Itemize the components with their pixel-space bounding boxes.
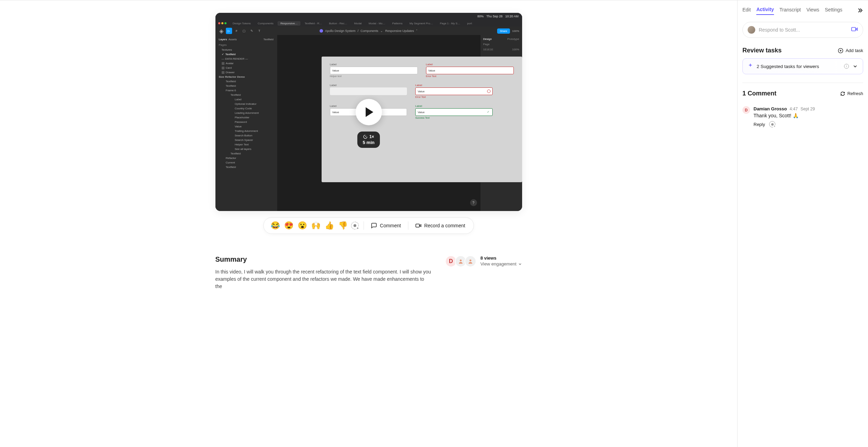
design-tab: Design (483, 37, 492, 41)
tab-activity[interactable]: Activity (756, 7, 774, 15)
respond-input[interactable]: Respond to Scott... (742, 22, 863, 38)
layer-item: Textfield (215, 93, 277, 97)
record-response-button[interactable] (851, 26, 858, 34)
comment-label: Comment (380, 223, 401, 228)
page-dropdown: Textfield (263, 38, 273, 41)
emoji-joy[interactable]: 😂 (270, 220, 281, 231)
record-label: Record a comment (424, 223, 465, 228)
pages-label: Pages (215, 42, 277, 48)
emoji-heart-eyes[interactable]: 😍 (283, 220, 294, 231)
tab-item: Design Tokens (230, 21, 254, 26)
layer-item: Trailing Adornment (215, 129, 277, 133)
add-reaction-button[interactable] (769, 121, 775, 127)
play-icon (366, 107, 373, 117)
comment-button[interactable]: Comment (369, 221, 403, 230)
comment-date: Sept 29 (800, 107, 815, 111)
viewer-avatars[interactable]: D (445, 255, 476, 267)
menubar-battery: 80% (477, 15, 484, 18)
error-text: Error Text (426, 75, 514, 77)
user-avatar (748, 26, 755, 34)
page-section: Page (483, 43, 490, 46)
plus-circle-icon (838, 48, 843, 53)
field-label-error: Label (426, 63, 514, 66)
text-input-error: Value (415, 87, 493, 95)
person-icon (468, 259, 473, 264)
view-engagement-link[interactable]: View engagement (480, 261, 522, 267)
reply-button[interactable]: Reply (754, 122, 765, 127)
comments-heading: 1 Comment (742, 90, 776, 97)
comment-timestamp[interactable]: 4:47 (790, 107, 798, 111)
sidebar-tabs: Edit Activity Transcript Views Settings (742, 7, 863, 15)
traffic-lights (218, 22, 227, 24)
page-item: Card (215, 66, 277, 70)
comment-avatar: D (742, 106, 750, 114)
success-text: Success Text (415, 117, 493, 119)
shape-tool-icon: ▢ (241, 28, 247, 34)
prototype-tab: Prototype (507, 37, 519, 41)
add-task-button[interactable]: Add task (838, 48, 863, 53)
collapse-sidebar-button[interactable] (857, 7, 863, 15)
chevron-double-right-icon (857, 7, 863, 14)
layer-item: Helper Text (215, 142, 277, 147)
text-input: Value (330, 67, 418, 74)
svg-rect-0 (416, 224, 419, 227)
tab-settings[interactable]: Settings (825, 7, 843, 15)
text-tool-icon: T (256, 28, 263, 34)
field-label: Label (330, 84, 407, 87)
playback-info[interactable]: 1× 5 min (357, 132, 380, 148)
emoji-thumbs-down[interactable]: 👎 (338, 220, 348, 231)
record-comment-button[interactable]: Record a comment (413, 221, 467, 230)
video-thumbnail[interactable]: 80% Thu Sep 28 10:20 AM Design Tokens Co… (215, 13, 522, 211)
emoji-thumbs-up[interactable]: 👍 (324, 220, 335, 231)
tab-transcript[interactable]: Transcript (780, 7, 801, 15)
layer-item: Country Code (215, 106, 277, 111)
figma-toolbar: ◈ ▷ # ▢ ✎ T Apollo Design System / Compo… (215, 27, 522, 35)
page-item: ✓ Textfield (215, 52, 277, 57)
text-input-success: Value✓ (415, 108, 493, 116)
add-emoji-button[interactable] (351, 222, 359, 229)
layer-item: Search Spacer (215, 138, 277, 142)
emoji-open-mouth[interactable]: 😮 (297, 220, 308, 231)
review-tasks-heading: Review tasks (742, 47, 782, 54)
zoom-level: 100% (512, 29, 519, 33)
refresh-button[interactable]: Refresh (840, 91, 863, 96)
figma-breadcrumb: Apollo Design System / Components ⌄ Resp… (320, 29, 418, 33)
video-duration: 5 min (363, 140, 375, 145)
layer-item: Current (215, 160, 277, 165)
crumb-segment: Apollo Design System (325, 29, 356, 33)
field-label-success: Label (415, 104, 493, 108)
suggested-tasks-label: 2 Suggested tasks for viewers (757, 64, 841, 69)
comment-author: Damian Grosso (754, 106, 787, 111)
suggested-tasks-box[interactable]: 2 Suggested tasks for viewers i (742, 58, 863, 74)
menubar-date: Thu Sep 28 (486, 15, 503, 18)
svg-point-2 (469, 260, 471, 261)
playback-speed: 1× (369, 134, 374, 139)
tab-item: Modal (351, 21, 365, 26)
frame-tool-icon: # (233, 28, 240, 34)
group-header: Size Refactor Demo (215, 75, 277, 79)
pen-tool-icon: ✎ (249, 28, 255, 34)
tab-views[interactable]: Views (806, 7, 819, 15)
page-item: Drawer (215, 70, 277, 75)
comment-icon (371, 222, 377, 229)
tab-item: Modal - Mo… (366, 21, 388, 26)
layer-item: Refactor (215, 156, 277, 160)
helper-text: Helper text (330, 75, 418, 77)
tab-edit[interactable]: Edit (742, 7, 751, 15)
text-input-error: Value (426, 67, 514, 74)
emoji-raised-hands[interactable]: 🙌 (310, 220, 321, 231)
tab-item: port (465, 21, 475, 26)
canvas-frame: Label Value Helper text Label Value Erro… (322, 57, 522, 182)
tab-item-active: Responsive… (278, 21, 300, 26)
layer-item: See all layers (215, 147, 277, 151)
comment-item: D Damian Grosso 4:47 Sept 29 Thank you, … (742, 106, 863, 127)
text-input-disabled (330, 87, 407, 95)
field-label-error: Label (415, 84, 493, 87)
layer-item: Label (215, 97, 277, 102)
info-icon[interactable]: i (844, 64, 849, 69)
figma-left-panel: Layers Assets Textfield Pages Textures ✓… (215, 35, 277, 211)
field-label: Label (330, 63, 418, 66)
layer-item: Optional Indicator (215, 102, 277, 106)
play-button[interactable] (356, 99, 382, 125)
divider (408, 221, 408, 230)
